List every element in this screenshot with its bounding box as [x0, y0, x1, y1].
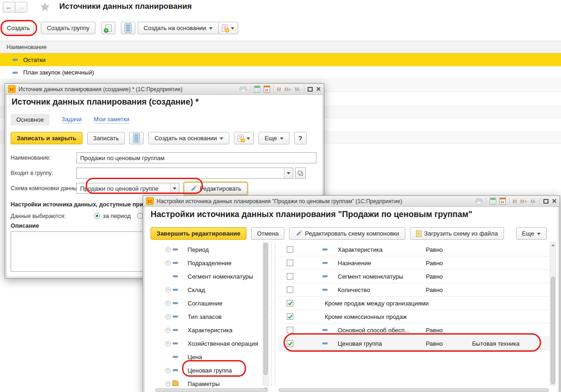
dropdown-button[interactable] [284, 168, 293, 178]
schema-input[interactable]: Продажи по ценовой группе [76, 183, 179, 194]
open-button[interactable] [295, 168, 306, 179]
tree-item[interactable]: Соглашение [151, 297, 266, 310]
checkbox[interactable] [287, 340, 293, 347]
condition-row[interactable]: Количество Равно [278, 283, 550, 297]
expand-icon[interactable] [165, 247, 170, 252]
close-button[interactable]: ✕ [316, 86, 321, 93]
chevron-down-icon [220, 137, 223, 140]
conditions-hscrollbar[interactable] [278, 388, 549, 392]
checkbox[interactable] [287, 260, 293, 266]
expand-icon[interactable] [165, 301, 170, 306]
finish-editing-button[interactable]: Завершить редактирование [151, 227, 246, 240]
tree-item[interactable]: Сегмент номенклатуры [151, 270, 266, 283]
reports-menu-button[interactable] [218, 22, 238, 34]
tree-scrollbar[interactable] [263, 242, 269, 386]
table-header[interactable]: Наименование [0, 41, 561, 53]
calendar-icon[interactable]: 31 [499, 198, 506, 205]
cancel-button[interactable]: Отмена [251, 227, 285, 240]
list-settings-button[interactable] [129, 132, 144, 144]
tree-item[interactable]: Склад [151, 283, 266, 297]
memory-m-button[interactable]: M [513, 199, 517, 204]
checkbox[interactable] [287, 327, 293, 333]
tree-item[interactable]: Хозяйственная операция [151, 337, 266, 350]
checkbox[interactable] [287, 300, 293, 306]
create-button[interactable]: Создать [3, 22, 34, 34]
condition-row[interactable]: Назначение Равно [278, 256, 550, 270]
condition-row[interactable]: Основной способ обесп... Равно [278, 324, 550, 337]
conditions-scrollbar[interactable] [550, 242, 556, 386]
tree-item[interactable]: Тип запасов [151, 310, 266, 324]
group-input[interactable] [76, 168, 293, 179]
create-group-button[interactable]: Создать группу [41, 22, 95, 34]
tree-item[interactable]: Характеристика [151, 324, 266, 337]
scrollbar-thumb[interactable] [264, 243, 268, 375]
expand-icon[interactable] [165, 368, 170, 373]
expand-icon[interactable] [165, 287, 170, 292]
table-row[interactable]: План закупок (месячный) [0, 66, 561, 79]
create-dialog-titlebar[interactable]: 1С Источник данных планирования (создани… [5, 84, 324, 95]
tree-item[interactable]: Подразделение [151, 256, 266, 270]
tab-tasks[interactable]: Задачи [62, 116, 82, 124]
chevron-down-icon [246, 137, 250, 140]
copy-item-button[interactable]: + [101, 22, 115, 34]
calculator-icon[interactable] [254, 86, 260, 93]
calculator-icon[interactable] [490, 198, 496, 205]
settings-dialog-titlebar[interactable]: 1С Настройки источника данных планирован… [143, 196, 560, 207]
tree-hscrollbar[interactable] [155, 388, 268, 392]
memory-m-button[interactable]: M [277, 87, 281, 92]
create-based-on-button[interactable]: Создать на основании [148, 132, 229, 144]
checkbox[interactable] [287, 246, 293, 253]
memory-mplus-button[interactable]: M+ [520, 199, 528, 204]
expand-icon[interactable] [165, 341, 170, 346]
table-row-selected[interactable]: Остатки [0, 53, 561, 66]
condition-row[interactable]: Сегмент номенклатуры Равно [278, 270, 550, 283]
condition-row[interactable]: Кроме продаж между организациями [278, 297, 550, 310]
back-button[interactable]: ← [3, 2, 15, 12]
forward-button[interactable]: → [15, 2, 27, 12]
edit-schema-button[interactable]: Редактировать [184, 182, 247, 195]
checkbox[interactable] [287, 273, 293, 280]
tree-item-price-group[interactable]: Ценовая группа [151, 364, 266, 377]
panel-splitter[interactable] [271, 242, 275, 386]
calendar-icon[interactable]: 31 [264, 86, 270, 93]
more-button[interactable]: Еще [516, 227, 547, 240]
name-input[interactable]: Продажи по ценовым группам [76, 152, 316, 163]
load-schema-from-file-button[interactable]: Загрузить схему из файла [410, 227, 504, 240]
tree-item[interactable]: Цена [151, 350, 266, 364]
expand-icon[interactable] [165, 328, 170, 333]
save-button[interactable]: Записать [87, 132, 125, 144]
memory-mminus-button[interactable]: M- [295, 87, 301, 92]
condition-row[interactable]: Характеристика Равно [278, 243, 550, 256]
memory-mplus-button[interactable]: M+ [284, 87, 292, 92]
more-button[interactable]: Еще [258, 132, 289, 144]
print-icon[interactable] [475, 198, 483, 204]
condition-row-price-group[interactable]: Ценовая группа Равно Бытовая техника [278, 337, 550, 350]
maximize-button[interactable] [543, 199, 548, 204]
expand-icon[interactable] [165, 381, 170, 386]
list-settings-button[interactable] [121, 22, 135, 34]
scroll-up-icon[interactable] [551, 244, 555, 246]
favorite-star-icon[interactable] [40, 2, 50, 13]
edit-composition-schema-button[interactable]: Редактировать схему компоновки [289, 227, 405, 240]
help-button[interactable]: ? [294, 132, 307, 144]
tree-item[interactable]: Период [151, 243, 266, 256]
memory-mminus-button[interactable]: M- [530, 199, 536, 204]
tab-main[interactable]: Основное [11, 114, 50, 125]
reports-menu-button[interactable] [234, 132, 254, 144]
expand-icon[interactable] [165, 314, 170, 319]
save-and-close-button[interactable]: Записать и закрыть [11, 132, 82, 144]
settings-section-label: Настройки источника данных, доступные пр… [11, 201, 146, 208]
scrollbar-thumb[interactable] [551, 277, 555, 384]
checkbox[interactable] [287, 313, 293, 320]
expand-icon[interactable] [165, 261, 170, 266]
close-button[interactable]: ✕ [552, 198, 557, 205]
radio-period[interactable] [94, 213, 100, 219]
condition-row[interactable]: Кроме комиссионных продаж [278, 310, 550, 324]
maximize-button[interactable] [308, 87, 313, 92]
print-icon[interactable] [240, 86, 247, 92]
checkbox[interactable] [287, 286, 293, 293]
tab-notes[interactable]: Мои заметки [94, 116, 129, 124]
dropdown-button[interactable] [170, 183, 179, 193]
tree-item-label: Соглашение [188, 297, 222, 310]
create-based-on-button[interactable]: Создать на основании [138, 22, 219, 34]
